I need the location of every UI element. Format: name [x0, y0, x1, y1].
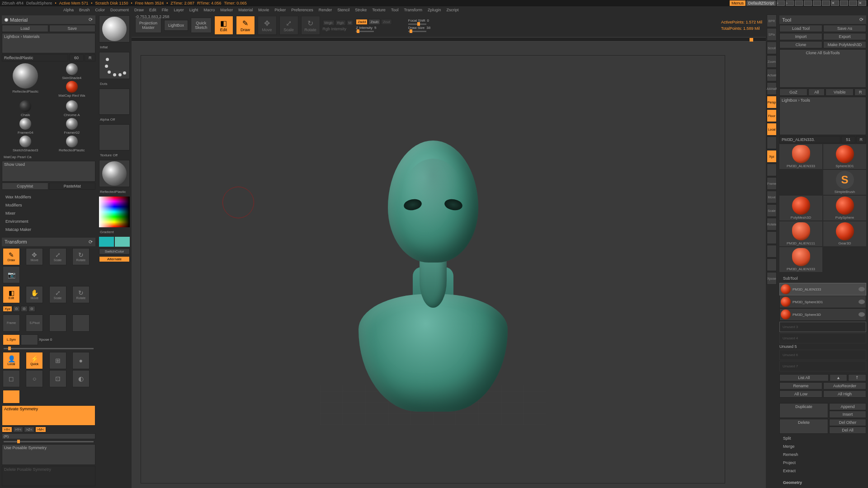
delete-btn[interactable]: Delete: [779, 419, 828, 434]
material-swatch-4[interactable]: [19, 100, 31, 112]
rotate-top-btn[interactable]: ↻Rotate: [301, 16, 320, 35]
copymat-button[interactable]: CopyMat: [2, 183, 48, 190]
window-min-icon[interactable]: [804, 0, 812, 6]
window-close2-icon[interactable]: ✕: [858, 0, 866, 6]
draw-btn[interactable]: ✎Draw: [236, 16, 255, 35]
menu-document[interactable]: Document: [110, 8, 129, 12]
z-intensity-slider[interactable]: [356, 31, 374, 32]
sphere-btn[interactable]: ●: [72, 352, 90, 369]
projection-master[interactable]: Projection Master: [135, 18, 161, 33]
menu-marker[interactable]: Marker: [220, 8, 233, 12]
window-restore-icon[interactable]: [849, 0, 857, 6]
menu-brush[interactable]: Brush: [79, 8, 90, 12]
material-swatch-3[interactable]: [66, 81, 78, 93]
import-btn[interactable]: Import: [779, 33, 822, 40]
tool-thumb-2[interactable]: SimpleBrush: [823, 170, 866, 195]
tool-thumb-3[interactable]: PolyMesh3D: [779, 196, 822, 221]
collapse-icon[interactable]: ⟳: [89, 17, 93, 23]
tool-thumb-6[interactable]: Gear3D: [823, 221, 866, 246]
axis-btn-3[interactable]: ⊙: [28, 306, 35, 312]
window-btn2-icon[interactable]: [822, 0, 830, 6]
clone-btn[interactable]: Clone: [779, 41, 822, 48]
window-close-icon[interactable]: ✕: [831, 0, 839, 6]
extract-section[interactable]: Extract: [779, 467, 866, 474]
window-max-icon[interactable]: [840, 0, 848, 6]
menu-color[interactable]: Color: [95, 8, 105, 12]
material-header[interactable]: Material ⟳: [2, 15, 95, 24]
menu-material[interactable]: Material: [238, 8, 253, 12]
load-tool[interactable]: Load Tool: [779, 25, 822, 32]
focal-shift-slider[interactable]: [408, 23, 426, 25]
sym-z[interactable]: >Z<: [24, 427, 34, 432]
menu-tool[interactable]: Tool: [391, 8, 399, 12]
tool-thumb-1[interactable]: Sphere3D1: [823, 144, 866, 169]
export-btn[interactable]: Export: [823, 33, 866, 40]
zadd-btn[interactable]: Zadd: [356, 19, 368, 25]
menu-transform[interactable]: Transform: [404, 8, 422, 12]
ruler-marker[interactable]: [750, 38, 753, 42]
nav-scroll[interactable]: Scroll: [767, 42, 777, 54]
move-top-btn[interactable]: ✥Move: [258, 16, 277, 35]
current-tool[interactable]: PM3D_ALIEN333.: [779, 136, 840, 143]
nav-blank[interactable]: [767, 258, 777, 271]
all-low[interactable]: All Low: [779, 390, 822, 398]
posable-symmetry[interactable]: Use Posable Symmetry: [2, 444, 95, 465]
lightbox-btn[interactable]: LightBox: [164, 20, 188, 31]
frame-btn[interactable]: Frame: [3, 314, 20, 332]
visibility-icon[interactable]: [859, 287, 865, 291]
window-btn-icon[interactable]: [813, 0, 821, 6]
material-swatch-8[interactable]: [19, 136, 31, 147]
blank-active-btn[interactable]: [3, 390, 20, 404]
alternate-color[interactable]: Alternate: [99, 256, 130, 262]
spivot-btn[interactable]: S.Pivot: [26, 314, 43, 332]
make-polymesh[interactable]: Make PolyMesh3D: [823, 41, 866, 48]
menu-stroke[interactable]: Stroke: [355, 8, 367, 12]
nav-aahalf[interactable]: AAHalf: [767, 82, 777, 95]
xpose-btn[interactable]: [21, 334, 38, 345]
transp-btn[interactable]: ◐: [72, 370, 90, 387]
nav-spix[interactable]: SPix: [767, 28, 777, 41]
nav-blank[interactable]: [767, 231, 777, 244]
scale-mode-btn[interactable]: ⤢Scale: [49, 248, 66, 265]
project-section[interactable]: Project: [779, 459, 866, 466]
modifiers[interactable]: Modifiers: [2, 202, 95, 209]
nav-blank[interactable]: [767, 164, 777, 176]
menu-stencil[interactable]: Stencil: [337, 8, 349, 12]
subtool-row[interactable]: PM3D_Sphere3D: [779, 308, 866, 321]
goz-all[interactable]: All: [808, 89, 825, 96]
move-mode-btn[interactable]: ✥Move: [26, 248, 43, 265]
rgb-btn[interactable]: Rgb: [335, 20, 346, 26]
m-btn[interactable]: M: [347, 20, 354, 26]
cube-btn[interactable]: ◻: [3, 370, 20, 387]
material-swatch-main[interactable]: [13, 63, 38, 89]
zsub-btn[interactable]: Zsub: [368, 19, 380, 25]
nav-move[interactable]: Move: [767, 191, 777, 203]
subtool-row[interactable]: PM3D_Sphere3D1: [779, 296, 866, 308]
rotate-mode-btn[interactable]: ↻Rotate: [72, 248, 90, 265]
menu-movie[interactable]: Movie: [258, 8, 269, 12]
material-swatch-1[interactable]: [66, 63, 78, 75]
load-button[interactable]: Load: [2, 25, 48, 32]
edit-mode-btn[interactable]: ◧Edit: [3, 286, 20, 303]
del-all[interactable]: Del All: [829, 427, 866, 434]
nav-local[interactable]: Local: [767, 123, 777, 136]
tool-r[interactable]: R: [856, 136, 866, 143]
lightbox-tools[interactable]: Lightbox › Tools: [779, 97, 866, 135]
menu-texture[interactable]: Texture: [372, 8, 386, 12]
scale-top-btn[interactable]: ⤢Scale: [279, 16, 298, 35]
sym-x[interactable]: >X<: [2, 427, 12, 432]
nav-rotate[interactable]: Rotate: [767, 218, 777, 230]
sym-m[interactable]: >M<: [35, 427, 46, 432]
autoreorder-btn[interactable]: AutoReorder: [823, 382, 866, 389]
duplicate-btn[interactable]: Duplicate: [779, 403, 828, 418]
draw-mode-btn[interactable]: ✎Draw: [3, 248, 20, 265]
menu-alpha[interactable]: Alpha: [63, 8, 74, 12]
menu-draw[interactable]: Draw: [134, 8, 144, 12]
arrow-up2[interactable]: ⤒: [848, 374, 866, 381]
tool-thumb-7[interactable]: PM3D_ALIEN333: [779, 247, 822, 272]
menu-preferences[interactable]: Preferences: [291, 8, 313, 12]
material-swatch-7[interactable]: [66, 118, 78, 130]
lsym-btn[interactable]: L.Sym: [3, 334, 20, 345]
quick-sketch[interactable]: Quick Sketch: [191, 18, 212, 33]
draw-size-slider[interactable]: [408, 31, 426, 32]
